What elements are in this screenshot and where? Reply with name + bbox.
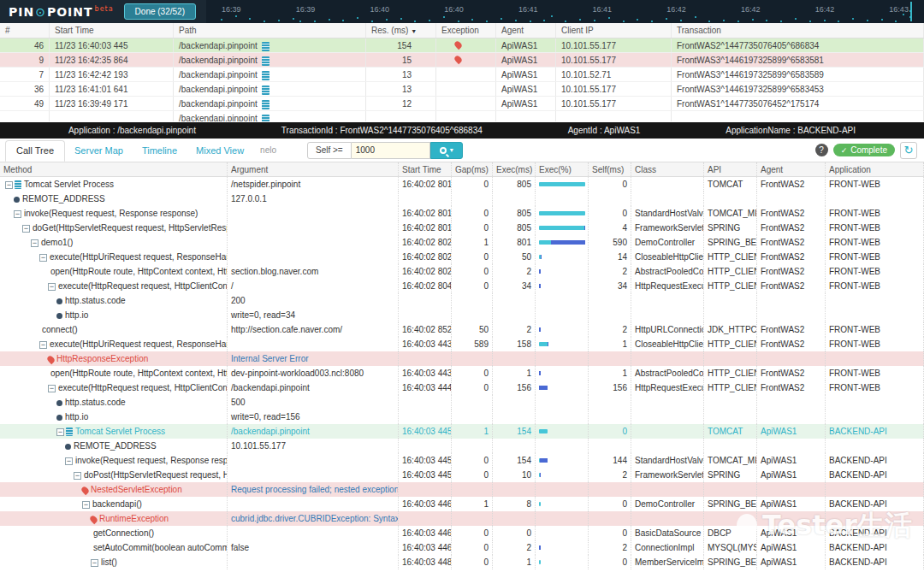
- scatter-dot[interactable]: [651, 21, 653, 22]
- help-icon[interactable]: ?: [815, 144, 828, 156]
- scatter-dot[interactable]: [795, 18, 797, 20]
- scatter-dot[interactable]: [852, 18, 854, 20]
- col-num[interactable]: #: [0, 23, 50, 38]
- tree-row-icon[interactable]: −: [48, 356, 54, 363]
- tree-row-icon[interactable]: −: [39, 254, 47, 262]
- tree-row-icon[interactable]: −: [22, 225, 30, 233]
- scatter-dot[interactable]: [515, 20, 517, 21]
- scatter-dot[interactable]: [429, 20, 430, 21]
- collapse-expander-icon[interactable]: −: [5, 181, 13, 189]
- scatter-dot[interactable]: [903, 14, 904, 15]
- collapse-expander-icon[interactable]: −: [56, 428, 64, 436]
- scatter-dot[interactable]: [235, 15, 237, 17]
- scatter-dot[interactable]: [752, 19, 754, 21]
- scatter-dot[interactable]: [314, 21, 316, 22]
- col-exec-pct[interactable]: Exec(%): [536, 162, 589, 176]
- tree-row-icon[interactable]: −: [56, 400, 62, 406]
- calltree-row[interactable]: −http.status.code 200: [0, 293, 924, 308]
- scatter-dot[interactable]: [594, 20, 595, 21]
- tab-mixed-view[interactable]: Mixed View: [196, 145, 244, 156]
- calltree-row[interactable]: −invoke(Request request, Response respon…: [0, 453, 924, 468]
- scatter-dot[interactable]: [264, 21, 265, 22]
- col-argument[interactable]: Argument: [228, 162, 399, 176]
- transaction-row[interactable]: 46 11/23 16:40:03 445 /backendapi.pinpoi…: [0, 38, 924, 53]
- scatter-dot[interactable]: [723, 20, 725, 21]
- copy-path-icon[interactable]: [262, 71, 270, 80]
- tree-row-icon[interactable]: −: [56, 298, 62, 304]
- tree-row-icon[interactable]: −: [74, 472, 81, 480]
- scatter-dot[interactable]: [680, 20, 682, 21]
- calltree-row[interactable]: −REMOTE_ADDRESS 10.101.55.177: [0, 439, 924, 453]
- calltree-row[interactable]: −execute(HttpUriRequest request, Respons…: [0, 250, 924, 264]
- scatter-dot[interactable]: [824, 20, 826, 21]
- collapse-expander-icon[interactable]: −: [48, 385, 56, 392]
- scatter-dot[interactable]: [500, 18, 502, 20]
- scatter-dot[interactable]: [637, 19, 638, 21]
- collapse-expander-icon[interactable]: −: [48, 283, 56, 291]
- calltree-row[interactable]: −open(HttpRoute route, HttpContext conte…: [0, 264, 924, 279]
- col-transaction[interactable]: Transaction: [672, 23, 924, 38]
- scatter-dot[interactable]: [414, 21, 416, 22]
- scatter-dot[interactable]: [780, 21, 782, 22]
- transaction-row[interactable]: 7 11/23 16:42:42 193 /backendapi.pinpoin…: [0, 68, 924, 82]
- copy-path-icon[interactable]: [262, 86, 270, 95]
- scatter-dot[interactable]: [838, 21, 839, 22]
- calltree-row[interactable]: −REMOTE_ADDRESS 127.0.0.1: [0, 192, 924, 206]
- scatter-dot[interactable]: [895, 21, 897, 22]
- col-class[interactable]: Class: [631, 162, 704, 176]
- tree-row-icon[interactable]: −: [56, 415, 62, 421]
- calltree-row[interactable]: −execute(HttpRequest request, HttpClient…: [0, 279, 924, 293]
- tree-row-icon[interactable]: −: [56, 313, 62, 319]
- scatter-dot[interactable]: [530, 21, 531, 22]
- scatter-dot[interactable]: [371, 21, 373, 22]
- tree-row-icon[interactable]: −: [14, 210, 21, 218]
- calltree-row[interactable]: −doPost(HttpServletRequest request, Http…: [0, 468, 924, 482]
- col-self[interactable]: Self(ms): [589, 162, 631, 176]
- col-application[interactable]: Application: [826, 162, 924, 176]
- collapse-expander-icon[interactable]: −: [39, 341, 47, 349]
- scatter-dot[interactable]: [443, 16, 445, 18]
- calltree-row[interactable]: −open(HttpRoute route, HttpContext conte…: [0, 366, 924, 380]
- transaction-row[interactable]: 36 11/23 16:41:01 641 /backendapi.pinpoi…: [0, 82, 924, 97]
- tab-timeline[interactable]: Timeline: [142, 145, 177, 156]
- pinpoint-logo[interactable]: PIN⊙POINTbeta: [0, 5, 121, 19]
- collapse-expander-icon[interactable]: −: [39, 254, 47, 262]
- calltree-row[interactable]: −getConnection() 16:40:03 446 0 0 0 Basi…: [0, 526, 924, 540]
- col-method[interactable]: Method: [0, 162, 228, 176]
- copy-path-icon[interactable]: [262, 42, 270, 51]
- tree-row-icon[interactable]: −: [91, 559, 98, 567]
- col-client-ip[interactable]: Client IP: [556, 23, 672, 38]
- col-api[interactable]: API: [704, 162, 757, 176]
- nelo-link[interactable]: nelo: [260, 145, 276, 155]
- tree-row-icon[interactable]: −: [5, 180, 21, 189]
- calltree-row[interactable]: −doGet(HttpServletRequest request, HttpS…: [0, 221, 924, 235]
- transaction-row[interactable]: /backendapi.pinpoint: [0, 111, 924, 121]
- scatter-dot[interactable]: [551, 15, 553, 17]
- scatter-dot[interactable]: [329, 19, 330, 21]
- scatter-dot[interactable]: [666, 18, 667, 20]
- tree-row-icon[interactable]: −: [65, 457, 73, 465]
- scatter-dot[interactable]: [695, 16, 696, 18]
- calltree-row[interactable]: −demo1() 16:40:02 802 1 801 590 DemoCont…: [0, 235, 924, 250]
- tree-row-icon[interactable]: −: [82, 501, 90, 509]
- scatter-dot[interactable]: [293, 18, 294, 20]
- col-res[interactable]: Res. (ms)▼: [366, 23, 436, 38]
- scatter-dot[interactable]: [221, 19, 222, 21]
- scatter-dot[interactable]: [737, 21, 739, 22]
- scatter-dot[interactable]: [881, 19, 883, 21]
- calltree-row[interactable]: −backendapi() 16:40:03 446 1 8 0 DemoCon…: [0, 497, 924, 511]
- scatter-plot[interactable]: 16:3916:3916:4016:4016:4116:4116:4216:42…: [206, 0, 924, 23]
- calltree-row[interactable]: −http.io write=0, read=156: [0, 410, 924, 424]
- self-filter-dropdown[interactable]: Self >=: [307, 142, 352, 159]
- collapse-expander-icon[interactable]: −: [74, 472, 81, 480]
- collapse-expander-icon[interactable]: −: [22, 225, 30, 233]
- collapse-expander-icon[interactable]: −: [14, 210, 21, 218]
- scatter-dot[interactable]: [471, 19, 473, 21]
- scatter-dot[interactable]: [386, 19, 388, 21]
- refresh-button[interactable]: ↻: [900, 142, 917, 159]
- transaction-row[interactable]: 9 11/23 16:42:35 864 /backendapi.pinpoin…: [0, 53, 924, 68]
- calltree-row[interactable]: −RuntimeException cubrid.jdbc.driver.CUB…: [0, 511, 924, 526]
- copy-path-icon[interactable]: [262, 100, 270, 109]
- tab-server-map[interactable]: Server Map: [74, 145, 123, 156]
- tree-row-icon[interactable]: −: [31, 239, 38, 247]
